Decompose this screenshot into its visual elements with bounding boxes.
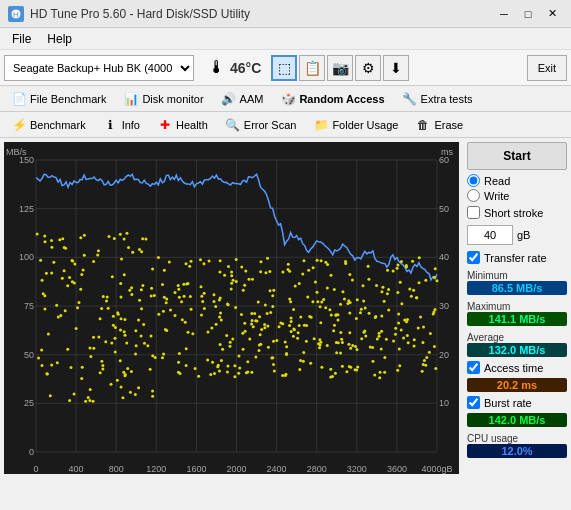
tab-file-benchmark-label: File Benchmark (30, 93, 106, 105)
tab-folder-usage-label: Folder Usage (332, 119, 398, 131)
average-value: 132.0 MB/s (467, 343, 567, 357)
short-stroke-checkbox-label[interactable]: Short stroke (467, 206, 567, 219)
main-content: Start Read Write Short stroke gB Transfe… (0, 138, 571, 478)
toolbar-btn-3[interactable]: 📷 (327, 55, 353, 81)
toolbar-btn-2[interactable]: 📋 (299, 55, 325, 81)
access-time-value: 20.2 ms (467, 378, 567, 392)
toolbar-btn-1[interactable]: ⬚ (271, 55, 297, 81)
health-icon: ✚ (158, 118, 172, 132)
burst-rate-value: 142.0 MB/s (467, 413, 567, 427)
menu-help[interactable]: Help (39, 30, 80, 48)
read-radio-label[interactable]: Read (467, 174, 567, 187)
chart-area (4, 142, 459, 474)
title-bar: H HD Tune Pro 5.60 - Hard Disk/SSD Utili… (0, 0, 571, 28)
tab-disk-monitor[interactable]: 📊 Disk monitor (116, 90, 211, 108)
tab-health-label: Health (176, 119, 208, 131)
read-write-selector: Read Write (467, 174, 567, 202)
tab-extra-tests-label: Extra tests (421, 93, 473, 105)
tab-aam[interactable]: 🔊 AAM (214, 90, 272, 108)
thermometer-icon: 🌡 (208, 57, 226, 78)
error-scan-icon: 🔍 (226, 118, 240, 132)
read-radio[interactable] (467, 174, 480, 187)
tabs-row2: ⚡ Benchmark ℹ Info ✚ Health 🔍 Error Scan… (0, 112, 571, 138)
access-time-label: Access time (484, 362, 543, 374)
maximum-stat: Maximum 141.1 MB/s (467, 299, 567, 326)
benchmark-icon: ⚡ (12, 118, 26, 132)
menu-bar: File Help (0, 28, 571, 50)
exit-button[interactable]: Exit (527, 55, 567, 81)
access-time-stat: 20.2 ms (467, 378, 567, 392)
tab-folder-usage[interactable]: 📁 Folder Usage (306, 116, 406, 134)
aam-icon: 🔊 (222, 92, 236, 106)
menu-file[interactable]: File (4, 30, 39, 48)
minimize-button[interactable]: ─ (493, 3, 515, 25)
tab-error-scan[interactable]: 🔍 Error Scan (218, 116, 305, 134)
access-time-checkbox[interactable] (467, 361, 480, 374)
cpu-usage-stat: CPU usage 12.0% (467, 431, 567, 458)
tab-file-benchmark[interactable]: 📄 File Benchmark (4, 90, 114, 108)
write-radio-label[interactable]: Write (467, 189, 567, 202)
maximum-value: 141.1 MB/s (467, 312, 567, 326)
short-stroke-checkbox[interactable] (467, 206, 480, 219)
minimum-label: Minimum (467, 270, 567, 281)
burst-rate-checkbox-label[interactable]: Burst rate (467, 396, 567, 409)
start-button[interactable]: Start (467, 142, 567, 170)
average-label: Average (467, 332, 567, 343)
file-benchmark-icon: 📄 (12, 92, 26, 106)
tab-random-access[interactable]: 🎲 Random Access (273, 90, 392, 108)
extra-tests-icon: 🔧 (403, 92, 417, 106)
disk-monitor-icon: 📊 (124, 92, 138, 106)
cpu-usage-label: CPU usage (467, 433, 567, 444)
transfer-rate-checkbox-label[interactable]: Transfer rate (467, 251, 567, 264)
tab-extra-tests[interactable]: 🔧 Extra tests (395, 90, 481, 108)
burst-rate-label: Burst rate (484, 397, 532, 409)
read-label: Read (484, 175, 510, 187)
tab-erase-label: Erase (434, 119, 463, 131)
close-button[interactable]: ✕ (541, 3, 563, 25)
stroke-unit-label: gB (517, 229, 530, 241)
stroke-value-input[interactable] (467, 225, 513, 245)
info-icon: ℹ (104, 118, 118, 132)
toolbar-btn-5[interactable]: ⬇ (383, 55, 409, 81)
transfer-rate-label: Transfer rate (484, 252, 547, 264)
tab-info-label: Info (122, 119, 140, 131)
minimum-value: 86.5 MB/s (467, 281, 567, 295)
random-access-icon: 🎲 (281, 92, 295, 106)
toolbar-btn-4[interactable]: ⚙ (355, 55, 381, 81)
write-radio[interactable] (467, 189, 480, 202)
window-controls: ─ □ ✕ (493, 3, 563, 25)
write-label: Write (484, 190, 509, 202)
tab-error-scan-label: Error Scan (244, 119, 297, 131)
tab-health[interactable]: ✚ Health (150, 116, 216, 134)
maximum-label: Maximum (467, 301, 567, 312)
window-title: HD Tune Pro 5.60 - Hard Disk/SSD Utility (30, 7, 493, 21)
drive-selector[interactable]: Seagate Backup+ Hub BK (4000 gB) (4, 55, 194, 81)
access-time-checkbox-label[interactable]: Access time (467, 361, 567, 374)
maximize-button[interactable]: □ (517, 3, 539, 25)
transfer-rate-checkbox[interactable] (467, 251, 480, 264)
app-icon: H (8, 6, 24, 22)
tab-random-access-label: Random Access (299, 93, 384, 105)
tab-benchmark[interactable]: ⚡ Benchmark (4, 116, 94, 134)
burst-rate-checkbox[interactable] (467, 396, 480, 409)
tab-benchmark-label: Benchmark (30, 119, 86, 131)
tab-disk-monitor-label: Disk monitor (142, 93, 203, 105)
average-stat: Average 132.0 MB/s (467, 330, 567, 357)
erase-icon: 🗑 (416, 118, 430, 132)
tabs-row1: 📄 File Benchmark 📊 Disk monitor 🔊 AAM 🎲 … (0, 86, 571, 112)
benchmark-chart (4, 142, 459, 474)
minimum-stat: Minimum 86.5 MB/s (467, 268, 567, 295)
tab-erase[interactable]: 🗑 Erase (408, 116, 471, 134)
tab-info[interactable]: ℹ Info (96, 116, 148, 134)
svg-text:H: H (13, 10, 19, 19)
folder-usage-icon: 📁 (314, 118, 328, 132)
tab-aam-label: AAM (240, 93, 264, 105)
toolbar: Seagate Backup+ Hub BK (4000 gB) 🌡 46°C … (0, 50, 571, 86)
temperature-value: 46°C (230, 60, 261, 76)
short-stroke-label: Short stroke (484, 207, 543, 219)
right-panel: Start Read Write Short stroke gB Transfe… (463, 138, 571, 478)
burst-rate-stat: 142.0 MB/s (467, 413, 567, 427)
stroke-input-row: gB (467, 225, 567, 245)
cpu-usage-value: 12.0% (467, 444, 567, 458)
temperature-display: 🌡 46°C (200, 55, 269, 80)
